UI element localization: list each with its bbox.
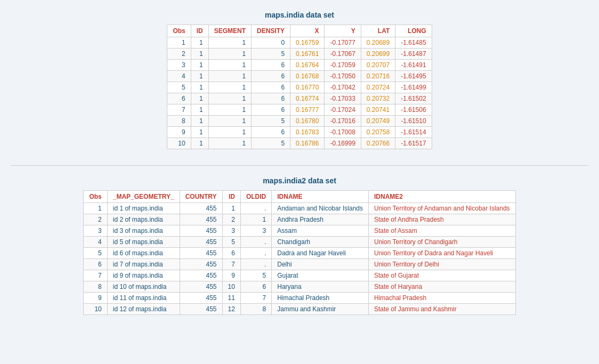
cell-obs: 8 — [84, 281, 107, 293]
cell-id: 2 — [222, 214, 240, 225]
cell-obs: 8 — [167, 116, 191, 127]
cell-segment: 1 — [208, 37, 251, 48]
col2-id: ID — [222, 191, 240, 203]
cell-long: -1.61514 — [395, 127, 432, 138]
table2-header-row: Obs _MAP_GEOMETRY_ COUNTRY ID OLDID IDNA… — [84, 191, 515, 203]
table-row: 9 1 1 6 0.16783 -0.17008 0.20758 -1.6151… — [167, 127, 432, 138]
cell-id: 7 — [222, 259, 240, 270]
table-row: 4 id 5 of maps.india 455 5 . Chandigarh … — [84, 237, 515, 248]
col2-country: COUNTRY — [180, 191, 222, 203]
table-row: 9 id 11 of maps.india 455 11 7 Himachal … — [84, 293, 515, 304]
table1: Obs ID SEGMENT DENSITY X Y LAT LONG 1 1 … — [167, 25, 432, 149]
table-row: 1 id 1 of maps.india 455 1 . Andaman and… — [84, 203, 515, 214]
cell-long: -1.61506 — [395, 104, 432, 116]
col2-obs: Obs — [84, 191, 107, 203]
cell-x: 0.16759 — [290, 37, 325, 48]
cell-oldid: . — [240, 237, 271, 248]
cell-id: 12 — [222, 304, 240, 315]
col-x: X — [290, 25, 325, 37]
col-long: LONG — [395, 25, 432, 37]
table-row: 6 id 7 of maps.india 455 7 . Delhi Union… — [84, 259, 515, 270]
cell-segment: 1 — [208, 60, 251, 71]
cell-obs: 9 — [84, 293, 107, 304]
cell-lat: 0.20707 — [361, 60, 395, 71]
cell-oldid: . — [240, 203, 271, 214]
cell-country: 455 — [180, 214, 222, 225]
table-row: 2 id 2 of maps.india 455 2 1 Andhra Prad… — [84, 214, 515, 225]
cell-obs: 2 — [167, 48, 191, 60]
cell-country: 455 — [180, 225, 222, 237]
cell-x: 0.16770 — [290, 82, 325, 93]
cell-y: -0.17050 — [325, 71, 361, 82]
cell-density: 5 — [252, 138, 290, 149]
cell-country: 455 — [180, 281, 222, 293]
cell-obs: 6 — [84, 259, 107, 270]
cell-map-geom: id 11 of maps.india — [107, 293, 180, 304]
cell-x: 0.16786 — [290, 138, 325, 149]
cell-map-geom: id 1 of maps.india — [107, 203, 180, 214]
cell-id: 1 — [191, 71, 208, 82]
col-lat: LAT — [361, 25, 395, 37]
cell-idname: Gujarat — [272, 270, 369, 281]
cell-obs: 10 — [84, 304, 107, 315]
cell-id: 9 — [222, 270, 240, 281]
cell-segment: 1 — [208, 93, 251, 104]
cell-idname2: State of Assam — [369, 225, 516, 237]
col2-oldid: OLDID — [240, 191, 271, 203]
section-divider — [11, 165, 588, 166]
cell-country: 455 — [180, 293, 222, 304]
cell-y: -0.17008 — [325, 127, 361, 138]
cell-x: 0.16777 — [290, 104, 325, 116]
cell-lat: 0.20732 — [361, 93, 395, 104]
cell-country: 455 — [180, 270, 222, 281]
col2-map-geom: _MAP_GEOMETRY_ — [107, 191, 180, 203]
cell-oldid: . — [240, 259, 271, 270]
cell-obs: 1 — [167, 37, 191, 48]
table2-wrapper: Obs _MAP_GEOMETRY_ COUNTRY ID OLDID IDNA… — [11, 190, 588, 315]
cell-id: 1 — [191, 37, 208, 48]
cell-long: -1.61491 — [395, 60, 432, 71]
table1-header-row: Obs ID SEGMENT DENSITY X Y LAT LONG — [167, 25, 432, 37]
cell-density: 6 — [252, 82, 290, 93]
table1-section: maps.india data set Obs ID SEGMENT DENSI… — [11, 11, 588, 149]
cell-segment: 1 — [208, 138, 251, 149]
cell-map-geom: id 9 of maps.india — [107, 270, 180, 281]
cell-y: -0.17067 — [325, 48, 361, 60]
cell-id: 3 — [222, 225, 240, 237]
cell-x: 0.16768 — [290, 71, 325, 82]
cell-density: 5 — [252, 48, 290, 60]
table1-title: maps.india data set — [11, 11, 588, 19]
table-row: 4 1 1 6 0.16768 -0.17050 0.20716 -1.6149… — [167, 71, 432, 82]
col2-idname: IDNAME — [272, 191, 369, 203]
cell-lat: 0.20716 — [361, 71, 395, 82]
cell-density: 6 — [252, 104, 290, 116]
cell-x: 0.16761 — [290, 48, 325, 60]
cell-lat: 0.20699 — [361, 48, 395, 60]
cell-lat: 0.20766 — [361, 138, 395, 149]
cell-id: 1 — [191, 93, 208, 104]
cell-id: 1 — [222, 203, 240, 214]
cell-y: -0.17042 — [325, 82, 361, 93]
cell-segment: 1 — [208, 48, 251, 60]
cell-id: 1 — [191, 48, 208, 60]
cell-idname: Dadra and Nagar Haveli — [272, 248, 369, 259]
cell-density: 6 — [252, 60, 290, 71]
cell-obs: 5 — [84, 248, 107, 259]
cell-oldid: 8 — [240, 304, 271, 315]
cell-country: 455 — [180, 237, 222, 248]
cell-lat: 0.20741 — [361, 104, 395, 116]
table-row: 3 id 3 of maps.india 455 3 3 Assam State… — [84, 225, 515, 237]
cell-obs: 3 — [84, 225, 107, 237]
col-id: ID — [191, 25, 208, 37]
cell-lat: 0.20724 — [361, 82, 395, 93]
table-row: 8 id 10 of maps.india 455 10 6 Haryana S… — [84, 281, 515, 293]
cell-density: 6 — [252, 127, 290, 138]
cell-y: -0.17024 — [325, 104, 361, 116]
cell-obs: 7 — [167, 104, 191, 116]
cell-segment: 1 — [208, 127, 251, 138]
table-row: 6 1 1 6 0.16774 -0.17033 0.20732 -1.6150… — [167, 93, 432, 104]
cell-idname2: Union Territory of Andaman and Nicobar I… — [369, 203, 516, 214]
cell-id: 1 — [191, 138, 208, 149]
cell-oldid: 1 — [240, 214, 271, 225]
cell-country: 455 — [180, 304, 222, 315]
